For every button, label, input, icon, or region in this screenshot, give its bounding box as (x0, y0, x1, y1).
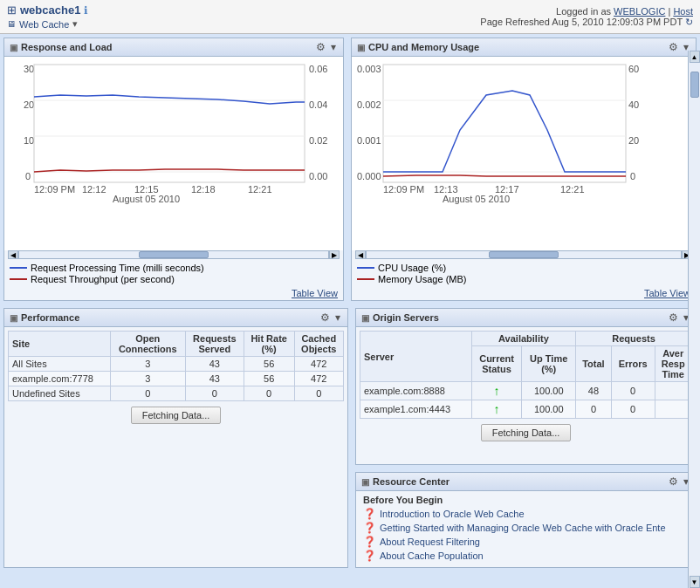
cpu-memory-title: ▣ CPU and Memory Usage (357, 42, 479, 52)
svg-rect-26 (383, 65, 626, 182)
cpu-memory-header: ▣ CPU and Memory Usage ⚙ ▾ (352, 38, 696, 57)
svg-text:0.003: 0.003 (357, 64, 381, 74)
cpu-legend-label-2: Memory Usage (MB) (378, 274, 466, 284)
right-column: ▣ Origin Servers ⚙ ▾ Server Availability (352, 304, 700, 571)
perf-expand-icon: ▣ (10, 313, 17, 323)
refresh-icon[interactable]: ↻ (685, 17, 693, 27)
scroll-up-btn[interactable]: ▲ (690, 51, 700, 63)
perf-title: ▣ Performance (10, 312, 79, 323)
cpu-scrollbar[interactable]: ◀ ▶ (355, 250, 692, 259)
table-view-link-2[interactable]: Table View (352, 286, 696, 300)
row-conn-0: 3 (110, 357, 185, 372)
origin-table: Server Availability Requests CurrentStat… (360, 331, 692, 419)
perf-fetching-btn[interactable]: Fetching Data... (131, 407, 222, 424)
resource-settings-btn[interactable]: ⚙ (667, 475, 680, 488)
performance-panel: ▣ Performance ⚙ ▾ Site OpenConnections R… (3, 308, 348, 568)
col-site: Site (9, 332, 111, 357)
svg-text:0.000: 0.000 (357, 171, 381, 181)
help-icon-0: ❓ (363, 508, 376, 520)
refresh-label: Page Refreshed Aug 5, 2010 12:09:03 PM P… (480, 17, 683, 27)
cpu-settings-btn[interactable]: ⚙ (667, 41, 680, 53)
cpu-memory-chart-area: 0.003 0.002 0.001 0.000 60 40 20 0 (352, 57, 696, 250)
origin-fetching-btn[interactable]: Fetching Data... (481, 424, 572, 441)
origin-header: ▣ Origin Servers ⚙ ▾ (356, 309, 696, 327)
response-load-panel: ▣ Response and Load ⚙ ▾ 30 20 10 0 0.06 (3, 38, 344, 301)
table-view-link-1[interactable]: Table View (4, 286, 343, 300)
user-link[interactable]: WEBLOGIC (614, 6, 665, 17)
row-cached-0: 472 (294, 357, 343, 372)
col-uptime: Up Time(%) (522, 346, 576, 382)
svg-text:0.00: 0.00 (309, 171, 327, 181)
resource-link-2[interactable]: ❓ About Request Filtering (363, 536, 689, 548)
scroll-thumb[interactable] (139, 251, 209, 258)
row-conn-1: 3 (110, 372, 185, 386)
svg-text:30: 30 (24, 64, 34, 74)
nav-arrow[interactable]: ▾ (72, 18, 78, 30)
response-load-svg: 30 20 10 0 0.06 0.04 0.02 0.00 (8, 60, 331, 213)
header-right: Logged in as WEBLOGIC | Host Page Refres… (480, 6, 693, 28)
origin-errors-0: 0 (611, 382, 655, 400)
h-scrollbar[interactable]: ◀ ▶ (8, 250, 340, 259)
cpu-legend: CPU Usage (%) Memory Usage (MB) (352, 261, 696, 286)
svg-text:12:21: 12:21 (560, 184, 585, 195)
cpu-legend-line-red (357, 278, 374, 280)
app-title: webcache1 (20, 3, 80, 17)
origin-servers-panel: ▣ Origin Servers ⚙ ▾ Server Availability (355, 308, 697, 465)
origin-settings-btn[interactable]: ⚙ (667, 311, 680, 324)
bottom-row: ▣ Performance ⚙ ▾ Site OpenConnections R… (0, 304, 700, 571)
vertical-scrollbar[interactable]: ▲ ▼ (688, 51, 700, 571)
nav-label[interactable]: Web Cache (19, 19, 69, 30)
perf-settings-btn[interactable]: ⚙ (319, 311, 332, 324)
row-req-0: 43 (185, 357, 244, 372)
resource-link-1[interactable]: ❓ Getting Started with Managing Oracle W… (363, 522, 689, 534)
status-up-icon-0: ↑ (494, 384, 500, 398)
resource-link-0[interactable]: ❓ Introduction to Oracle Web Cache (363, 508, 689, 520)
expand-icon: ▣ (10, 43, 17, 52)
svg-text:20: 20 (24, 99, 34, 110)
charts-row: ▣ Response and Load ⚙ ▾ 30 20 10 0 0.06 (0, 34, 700, 304)
svg-text:0: 0 (25, 171, 31, 181)
svg-text:0.04: 0.04 (309, 99, 327, 110)
separator: | (668, 6, 670, 17)
row-hit-2: 0 (244, 386, 294, 401)
chart-legend: Request Processing Time (milli seconds) … (4, 261, 343, 286)
svg-text:10: 10 (24, 135, 34, 146)
cpu-scroll-left[interactable]: ◀ (355, 250, 366, 259)
cpu-memory-panel: ▣ CPU and Memory Usage ⚙ ▾ 0.003 0.002 0… (351, 38, 697, 301)
svg-text:20: 20 (628, 135, 639, 146)
row-cached-2: 0 (294, 386, 343, 401)
info-icon[interactable]: ℹ (84, 4, 88, 17)
scroll-right[interactable]: ▶ (329, 250, 340, 259)
origin-total-1: 0 (576, 400, 612, 419)
origin-errors-1: 0 (611, 400, 655, 419)
refresh-info: Page Refreshed Aug 5, 2010 12:09:03 PM P… (480, 17, 693, 28)
settings-btn[interactable]: ⚙ (314, 41, 327, 53)
svg-text:12:09 PM: 12:09 PM (34, 184, 75, 195)
logged-in-prefix: Logged in as (556, 6, 611, 17)
resource-link-3[interactable]: ❓ About Cache Population (363, 550, 689, 562)
help-icon-2: ❓ (363, 536, 376, 548)
perf-expand-btn[interactable]: ▾ (333, 311, 342, 324)
resource-link-label-3: About Cache Population (380, 550, 484, 561)
col-server: Server (360, 332, 472, 382)
host-link[interactable]: Host (673, 6, 693, 17)
main-container: ▣ Response and Load ⚙ ▾ 30 20 10 0 0.06 (0, 34, 700, 571)
legend-label-1: Request Processing Time (milli seconds) (31, 263, 204, 273)
legend-line-blue (10, 267, 27, 269)
col-availability: Availability (471, 332, 575, 346)
cpu-memory-svg: 0.003 0.002 0.001 0.000 60 40 20 0 (355, 60, 652, 213)
cpu-scroll-thumb[interactable] (489, 251, 559, 258)
svg-text:0.002: 0.002 (357, 99, 381, 110)
response-load-header: ▣ Response and Load ⚙ ▾ (4, 38, 343, 57)
resource-link-label-1: Getting Started with Managing Oracle Web… (380, 523, 666, 533)
svg-rect-8 (34, 65, 305, 182)
scroll-left[interactable]: ◀ (8, 250, 18, 259)
help-icon-1: ❓ (363, 522, 376, 534)
expand-btn[interactable]: ▾ (329, 41, 338, 53)
response-load-chart-area: 30 20 10 0 0.06 0.04 0.02 0.00 (4, 57, 343, 250)
svg-text:August 05 2010: August 05 2010 (113, 194, 180, 204)
table-row: Undefined Sites 0 0 0 0 (9, 386, 344, 401)
origin-uptime-0: 100.00 (522, 382, 576, 400)
resource-header: ▣ Resource Center ⚙ ▾ (356, 473, 696, 491)
scroll-vthumb[interactable] (690, 72, 699, 98)
